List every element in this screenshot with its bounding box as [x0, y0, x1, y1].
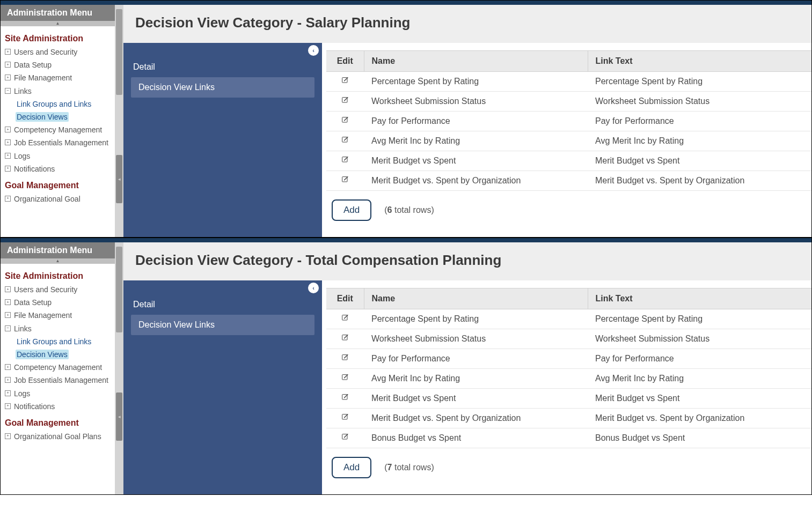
- collapse-icon[interactable]: −: [5, 88, 11, 94]
- page-title: Decision View Category - Total Compensat…: [135, 252, 800, 269]
- main-layout: Administration Menu▲Site Administration+…: [1, 5, 811, 237]
- tree-link-label[interactable]: Link Groups and Links: [16, 99, 92, 109]
- tree-link-label[interactable]: Decision Views: [16, 350, 69, 359]
- edit-icon[interactable]: [341, 413, 349, 421]
- expand-icon[interactable]: +: [5, 390, 11, 396]
- expand-icon[interactable]: +: [5, 312, 11, 318]
- tree-link-label[interactable]: Decision Views: [16, 112, 69, 122]
- edit-icon[interactable]: [341, 433, 349, 441]
- tree-section-heading: Goal Management: [5, 418, 112, 428]
- table-row: Percentage Spent by RatingPercentage Spe…: [326, 309, 811, 329]
- edit-icon[interactable]: [341, 334, 349, 342]
- cell-linktext: Merit Budget vs Spent: [588, 151, 811, 171]
- edit-icon[interactable]: [341, 155, 349, 164]
- expand-icon[interactable]: +: [5, 364, 11, 370]
- tree-link-item[interactable]: Link Groups and Links: [14, 335, 112, 348]
- tree-item[interactable]: +File Management: [4, 71, 112, 84]
- content-header: Decision View Category - Total Compensat…: [123, 242, 811, 280]
- col-name[interactable]: Name: [364, 288, 588, 309]
- tree-item[interactable]: +Data Setup: [4, 296, 112, 309]
- tree-item-label: Organizational Goal Plans: [14, 432, 101, 441]
- tree-link-label[interactable]: Link Groups and Links: [16, 337, 92, 346]
- scroll-thumb[interactable]: [116, 247, 122, 332]
- cell-linktext: Pay for Performance: [588, 112, 811, 131]
- expand-icon[interactable]: +: [5, 196, 11, 202]
- scroll-gutter[interactable]: [115, 5, 123, 237]
- expand-icon[interactable]: +: [5, 127, 11, 132]
- edit-cell: [326, 329, 364, 349]
- collapse-icon[interactable]: −: [5, 325, 11, 331]
- tree-item[interactable]: +Job Essentials Management: [4, 374, 112, 387]
- expand-icon[interactable]: +: [5, 166, 11, 172]
- table-row: Merit Budget vs. Spent by OrganizationMe…: [326, 409, 811, 428]
- sidebar-header: Administration Menu: [1, 5, 115, 21]
- edit-icon[interactable]: [341, 314, 349, 322]
- expand-icon[interactable]: +: [5, 433, 11, 439]
- scroll-up-icon[interactable]: ▲: [1, 21, 115, 26]
- edit-icon[interactable]: [341, 96, 349, 105]
- tree-item[interactable]: +Organizational Goal: [4, 192, 112, 205]
- edit-icon[interactable]: [341, 373, 349, 382]
- tree-link-item[interactable]: Decision Views: [14, 348, 112, 361]
- sub-nav-item-decision-view-links[interactable]: Decision View Links: [131, 77, 314, 98]
- cell-name: Merit Budget vs. Spent by Organization: [364, 409, 588, 428]
- expand-icon[interactable]: +: [5, 153, 11, 159]
- scroll-up-icon[interactable]: ▲: [1, 258, 115, 264]
- col-linktext[interactable]: Link Text: [588, 51, 811, 72]
- tree-item[interactable]: +Job Essentials Management: [4, 136, 112, 149]
- tree-item[interactable]: +Logs: [4, 150, 112, 162]
- tree-item[interactable]: +Notifications: [4, 400, 112, 413]
- expand-icon[interactable]: +: [5, 49, 11, 55]
- tree-item[interactable]: −Links: [4, 322, 112, 335]
- edit-cell: [326, 349, 364, 369]
- edit-icon[interactable]: [341, 393, 349, 402]
- cell-linktext: Pay for Performance: [588, 349, 811, 369]
- sidebar-header: Administration Menu: [1, 242, 115, 258]
- add-button[interactable]: Add: [332, 457, 371, 478]
- cell-linktext: Worksheet Submission Status: [588, 329, 811, 349]
- sub-nav-title: Detail: [133, 62, 312, 72]
- tree-item[interactable]: +Users and Security: [4, 46, 112, 58]
- edit-cell: [326, 409, 364, 428]
- collapse-left-icon[interactable]: ‹: [308, 283, 319, 293]
- expand-icon[interactable]: +: [5, 286, 11, 292]
- scroll-gutter[interactable]: [115, 242, 123, 494]
- tree-item-label: Notifications: [14, 402, 55, 411]
- tree-link-item[interactable]: Decision Views: [14, 110, 112, 123]
- scroll-thumb[interactable]: [116, 9, 122, 95]
- edit-icon[interactable]: [341, 76, 349, 85]
- sidebar: Administration Menu▲Site Administration+…: [1, 5, 115, 230]
- col-edit: Edit: [326, 51, 364, 72]
- tree-item[interactable]: +Competency Management: [4, 123, 112, 136]
- edit-icon[interactable]: [341, 353, 349, 362]
- cell-name: Pay for Performance: [364, 112, 588, 131]
- collapse-left-icon[interactable]: ‹: [308, 45, 319, 56]
- col-name[interactable]: Name: [364, 51, 588, 72]
- tree-item[interactable]: +File Management: [4, 309, 112, 322]
- cell-name: Merit Budget vs Spent: [364, 151, 588, 171]
- tree-link-item[interactable]: Link Groups and Links: [14, 98, 112, 110]
- tree-item[interactable]: +Competency Management: [4, 361, 112, 374]
- tree-item[interactable]: +Users and Security: [4, 283, 112, 296]
- expand-icon[interactable]: +: [5, 139, 11, 145]
- edit-icon[interactable]: [341, 136, 349, 144]
- tree-item[interactable]: −Links: [4, 85, 112, 98]
- sidebar-collapse-tab[interactable]: [116, 155, 122, 203]
- expand-icon[interactable]: +: [5, 403, 11, 409]
- edit-icon[interactable]: [341, 116, 349, 124]
- expand-icon[interactable]: +: [5, 377, 11, 383]
- col-linktext[interactable]: Link Text: [588, 288, 811, 309]
- tree-item[interactable]: +Data Setup: [4, 58, 112, 71]
- edit-icon[interactable]: [341, 175, 349, 184]
- tree-item[interactable]: +Logs: [4, 387, 112, 400]
- sub-nav-title: Detail: [133, 300, 312, 309]
- expand-icon[interactable]: +: [5, 299, 11, 305]
- table-row: Percentage Spent by RatingPercentage Spe…: [326, 72, 811, 92]
- expand-icon[interactable]: +: [5, 62, 11, 68]
- tree-item[interactable]: +Notifications: [4, 162, 112, 175]
- sidebar-collapse-tab[interactable]: [116, 392, 122, 441]
- sub-nav-item-decision-view-links[interactable]: Decision View Links: [131, 315, 314, 335]
- add-button[interactable]: Add: [332, 199, 371, 221]
- expand-icon[interactable]: +: [5, 75, 11, 80]
- tree-item[interactable]: +Organizational Goal Plans: [4, 430, 112, 443]
